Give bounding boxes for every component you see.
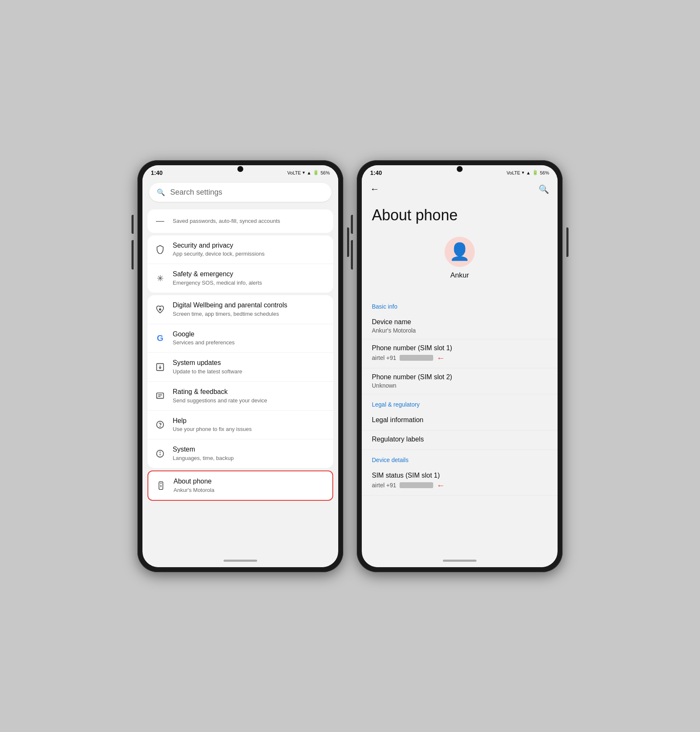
about-phone-item[interactable]: About phone Ankur's Motorola bbox=[147, 470, 333, 501]
rating-subtitle: Send suggestions and rate your device bbox=[173, 397, 326, 404]
safety-subtitle: Emergency SOS, medical info, alerts bbox=[173, 280, 326, 287]
left-screen: 1:40 VoLTE ▾ ▲ 🔋 56% 🔍 Search settings — bbox=[142, 165, 338, 567]
help-icon bbox=[154, 419, 166, 431]
safety-text: Safety & emergency Emergency SOS, medica… bbox=[173, 270, 326, 287]
battery-icon: 🔋 bbox=[313, 170, 319, 175]
search-bar[interactable]: 🔍 Search settings bbox=[149, 183, 332, 202]
legal-label: Legal & regulatory bbox=[362, 394, 558, 411]
status-icons-left: VoLTE ▾ ▲ 🔋 56% bbox=[287, 170, 330, 175]
system-updates-item[interactable]: System updates Update to the latest soft… bbox=[147, 353, 333, 382]
asterisk-icon: ✳ bbox=[154, 272, 166, 284]
power-button bbox=[347, 227, 349, 257]
sim-status-text: airtel +91 bbox=[372, 482, 396, 489]
phone-sim1-text: airtel +91 bbox=[372, 354, 396, 361]
volte-icon-right: VoLTE bbox=[507, 170, 520, 175]
help-title: Help bbox=[173, 417, 326, 425]
svg-point-0 bbox=[159, 309, 161, 310]
sim-status-1-item[interactable]: SIM status (SIM slot 1) airtel +91 ← bbox=[362, 467, 558, 496]
system-updates-subtitle: Update to the latest software bbox=[173, 368, 326, 375]
search-button-right[interactable]: 🔍 bbox=[539, 184, 549, 194]
system-text: System Languages, time, backup bbox=[173, 445, 326, 462]
rating-title: Rating & feedback bbox=[173, 388, 326, 396]
download-icon bbox=[154, 361, 166, 373]
about-phone-header: ← 🔍 bbox=[362, 179, 558, 198]
wifi-icon-right: ▾ bbox=[522, 170, 524, 175]
google-icon: G bbox=[154, 332, 166, 344]
battery-level-right: 56% bbox=[540, 170, 549, 175]
digital-wellbeing-item[interactable]: Digital Wellbeing and parental controls … bbox=[147, 295, 333, 324]
digital-wellbeing-title: Digital Wellbeing and parental controls bbox=[173, 301, 326, 310]
security-section: Security and privacy App security, devic… bbox=[147, 235, 333, 293]
signal-icon-right: ▲ bbox=[526, 170, 531, 175]
phone-sim1-label: Phone number (SIM slot 1) bbox=[372, 344, 547, 352]
volte-icon: VoLTE bbox=[287, 170, 301, 175]
basic-info-label: Basic info bbox=[362, 296, 558, 313]
help-item[interactable]: Help Use your phone to fix any issues bbox=[147, 411, 333, 440]
about-phone-subtitle: Ankur's Motorola bbox=[174, 487, 326, 494]
digital-wellbeing-subtitle: Screen time, app timers, bedtime schedul… bbox=[173, 311, 326, 318]
google-text: Google Services and preferences bbox=[173, 330, 326, 347]
status-time-right: 1:40 bbox=[370, 169, 382, 176]
regulatory-item[interactable]: Regulatory labels bbox=[362, 431, 558, 450]
wifi-icon: ▾ bbox=[303, 170, 305, 175]
passwords-text: Saved passwords, auto-fill, synced accou… bbox=[173, 217, 326, 225]
phone-sim1-item[interactable]: Phone number (SIM slot 1) airtel +91 ← bbox=[362, 339, 558, 368]
device-details-label: Device details bbox=[362, 450, 558, 467]
security-subtitle: App security, device lock, permissions bbox=[173, 251, 326, 258]
about-phone-text: About phone Ankur's Motorola bbox=[174, 477, 326, 494]
passwords-item[interactable]: — Saved passwords, auto-fill, synced acc… bbox=[147, 209, 333, 233]
settings-scroll[interactable]: 🔍 Search settings — Saved passwords, aut… bbox=[142, 179, 338, 555]
legal-info-label: Legal information bbox=[372, 416, 547, 424]
passwords-subtitle: Saved passwords, auto-fill, synced accou… bbox=[173, 218, 326, 225]
arrow-red-icon-2: ← bbox=[437, 481, 445, 490]
camera-notch-right bbox=[457, 166, 463, 172]
user-name: Ankur bbox=[450, 271, 469, 280]
page-title: About phone bbox=[372, 206, 547, 224]
phone-sim2-item[interactable]: Phone number (SIM slot 2) Unknown bbox=[362, 368, 558, 394]
system-subtitle: Languages, time, backup bbox=[173, 455, 326, 462]
volume-up-button bbox=[132, 215, 134, 234]
sim-status-1-label: SIM status (SIM slot 1) bbox=[372, 472, 547, 479]
security-item[interactable]: Security and privacy App security, devic… bbox=[147, 235, 333, 264]
sim-status-1-value: airtel +91 ← bbox=[372, 481, 547, 490]
back-button[interactable]: ← bbox=[370, 184, 379, 195]
volume-up-button-right bbox=[351, 215, 353, 234]
system-item[interactable]: System Languages, time, backup bbox=[147, 439, 333, 468]
about-title-section: About phone 👤 Ankur bbox=[362, 198, 558, 296]
help-text: Help Use your phone to fix any issues bbox=[173, 417, 326, 433]
phone-sim2-label: Phone number (SIM slot 2) bbox=[372, 373, 547, 381]
digital-wellbeing-text: Digital Wellbeing and parental controls … bbox=[173, 301, 326, 318]
search-icon: 🔍 bbox=[157, 188, 165, 196]
status-time-left: 1:40 bbox=[151, 169, 163, 176]
phone-info-icon bbox=[155, 480, 167, 492]
rating-item[interactable]: Rating & feedback Send suggestions and r… bbox=[147, 382, 333, 411]
left-phone: 1:40 VoLTE ▾ ▲ 🔋 56% 🔍 Search settings — bbox=[137, 160, 343, 572]
arrow-red-icon: ← bbox=[437, 353, 445, 363]
legal-info-item[interactable]: Legal information bbox=[362, 411, 558, 431]
safety-item[interactable]: ✳ Safety & emergency Emergency SOS, medi… bbox=[147, 264, 333, 293]
avatar[interactable]: 👤 bbox=[445, 237, 475, 267]
google-title: Google bbox=[173, 330, 326, 339]
system-icon bbox=[154, 448, 166, 460]
status-icons-right: VoLTE ▾ ▲ 🔋 56% bbox=[507, 170, 549, 175]
regulatory-label: Regulatory labels bbox=[372, 436, 547, 443]
about-phone-scroll[interactable]: About phone 👤 Ankur Basic info Device na… bbox=[362, 198, 558, 555]
device-name-item[interactable]: Device name Ankur's Motorola bbox=[362, 313, 558, 339]
battery-icon-right: 🔋 bbox=[532, 170, 538, 175]
help-subtitle: Use your phone to fix any issues bbox=[173, 426, 326, 433]
security-text: Security and privacy App security, devic… bbox=[173, 241, 326, 258]
bottom-pill-right bbox=[443, 560, 476, 562]
svg-rect-2 bbox=[157, 393, 164, 398]
search-placeholder: Search settings bbox=[170, 188, 222, 197]
google-item[interactable]: G Google Services and preferences bbox=[147, 324, 333, 353]
camera-notch bbox=[237, 166, 243, 172]
security-title: Security and privacy bbox=[173, 241, 326, 250]
volume-down-button bbox=[132, 240, 134, 270]
system-title: System bbox=[173, 445, 326, 454]
sim-status-redacted bbox=[400, 482, 433, 488]
search-container: 🔍 Search settings bbox=[142, 179, 338, 207]
feedback-icon bbox=[154, 390, 166, 402]
device-name-value: Ankur's Motorola bbox=[372, 327, 547, 334]
volume-down-button-right bbox=[351, 240, 353, 270]
dash-icon: — bbox=[154, 215, 166, 227]
